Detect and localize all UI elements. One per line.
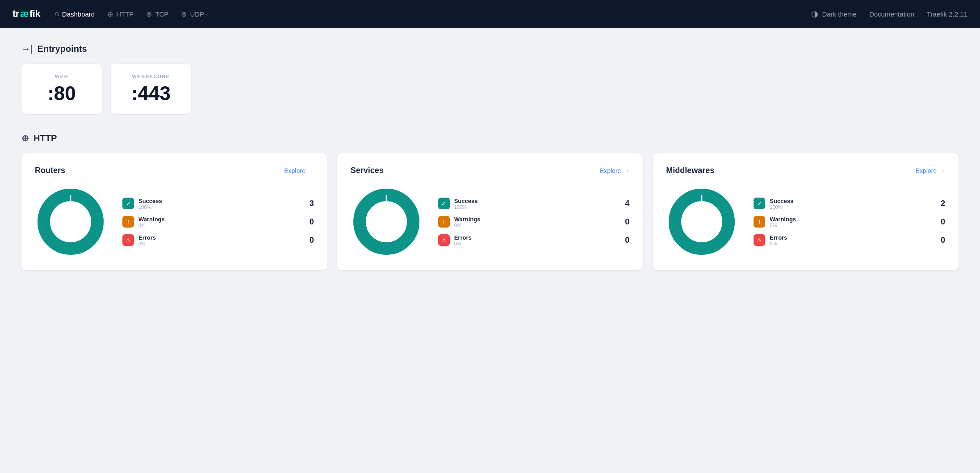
routers-warning-row: ! Warnings 0% 0 [122,216,314,228]
routers-donut [35,186,106,258]
services-success-badge: ✓ [438,198,450,209]
http-label: HTTP [34,133,57,144]
entrypoints-icon: →| [21,44,33,54]
services-error-label: Errors [454,234,616,241]
http-section-title: ⊕ HTTP [21,133,959,144]
logo-fik: fik [29,8,40,20]
entrypoints-section-title: →| Entrypoints [21,44,959,54]
services-warning-count: 0 [620,217,629,227]
services-explore-link[interactable]: Explore → [600,167,629,174]
middlewares-success-badge: ✓ [754,198,765,209]
middlewares-title: Middlewares [666,166,714,175]
services-card-header: Services Explore → [351,166,630,175]
services-success-pct: 100% [454,204,616,210]
services-warning-info: Warnings 0% [454,216,616,228]
nav-links: ⌂ Dashboard ⊕ HTTP ⊗ TCP ⊗ UDP [54,10,797,18]
services-error-count: 0 [620,236,629,245]
tcp-icon: ⊗ [146,10,152,18]
services-success-label: Success [454,198,616,204]
documentation-link[interactable]: Documentation [869,10,914,18]
services-donut [351,186,422,258]
middlewares-error-label: Errors [770,234,932,241]
middlewares-warning-count: 0 [936,217,945,227]
routers-warning-pct: 0% [138,223,301,228]
nav-dashboard-label: Dashboard [62,10,95,18]
services-error-badge: ⚠ [438,234,450,246]
middlewares-error-row: ⚠ Errors 0% 0 [754,234,945,246]
middlewares-success-info: Success 100% [770,198,932,210]
services-card-body: ✓ Success 100% 4 ! Warnings 0% 0 [351,186,630,258]
theme-icon: ◑ [811,9,818,19]
entrypoint-web-port: :80 [38,83,86,104]
middlewares-warning-info: Warnings 0% [770,216,932,228]
middlewares-error-info: Errors 0% [770,234,932,246]
services-error-info: Errors 0% [454,234,616,246]
routers-explore-arrow: → [308,167,314,174]
documentation-label: Documentation [869,10,914,18]
services-success-count: 4 [620,199,629,208]
globe-icon: ⊕ [107,10,113,18]
routers-explore-link[interactable]: Explore → [284,167,314,174]
routers-error-pct: 0% [138,241,301,246]
middlewares-explore-label: Explore [916,167,937,174]
services-error-pct: 0% [454,241,616,246]
middlewares-warning-row: ! Warnings 0% 0 [754,216,945,228]
nav-http-label: HTTP [116,10,134,18]
routers-warning-badge: ! [122,216,134,228]
middlewares-stats-list: ✓ Success 100% 2 ! Warnings 0% 0 [754,198,945,246]
middlewares-card-header: Middlewares Explore → [666,166,945,175]
nav-tcp[interactable]: ⊗ TCP [146,10,168,18]
routers-success-info: Success 100% [138,198,301,210]
routers-error-badge: ⚠ [122,234,134,246]
routers-error-info: Errors 0% [138,234,301,246]
routers-error-label: Errors [138,234,301,241]
stat-cards-row: Routers Explore → ✓ [21,153,959,270]
routers-warning-count: 0 [305,217,314,227]
udp-icon: ⊗ [181,10,187,18]
nav-udp[interactable]: ⊗ UDP [181,10,204,18]
services-card: Services Explore → ✓ [337,153,643,270]
middlewares-donut [666,186,737,258]
services-warning-label: Warnings [454,216,616,223]
app-logo[interactable]: træfik [13,8,40,20]
routers-success-pct: 100% [138,204,301,210]
services-success-info: Success 100% [454,198,616,210]
routers-success-count: 3 [305,199,314,208]
middlewares-card-body: ✓ Success 100% 2 ! Warnings 0% 0 [666,186,945,258]
middlewares-explore-arrow: → [939,167,945,174]
services-title: Services [351,166,384,175]
routers-card-body: ✓ Success 100% 3 ! Warnings 0% 0 [35,186,314,258]
middlewares-error-count: 0 [936,236,945,245]
middlewares-error-badge: ⚠ [754,234,765,246]
middlewares-warning-pct: 0% [770,223,932,228]
logo-ae: æ [20,8,29,20]
routers-title: Routers [35,166,65,175]
services-success-row: ✓ Success 100% 4 [438,198,630,210]
nav-http[interactable]: ⊕ HTTP [107,10,134,18]
routers-success-row: ✓ Success 100% 3 [122,198,314,210]
navbar: træfik ⌂ Dashboard ⊕ HTTP ⊗ TCP ⊗ UDP ◑ … [0,0,980,28]
routers-success-label: Success [138,198,301,204]
services-warning-row: ! Warnings 0% 0 [438,216,630,228]
middlewares-warning-label: Warnings [770,216,932,223]
theme-toggle[interactable]: ◑ Dark theme [811,9,857,19]
http-icon: ⊕ [21,133,29,144]
theme-label: Dark theme [822,10,857,18]
routers-error-count: 0 [305,236,314,245]
routers-warning-label: Warnings [138,216,301,223]
entrypoint-card-web[interactable]: WEB :80 [21,64,102,114]
middlewares-success-label: Success [770,198,932,204]
routers-card: Routers Explore → ✓ [21,153,327,270]
routers-warning-info: Warnings 0% [138,216,301,228]
entrypoint-card-websecure[interactable]: WEBSECURE :443 [111,64,191,114]
entrypoints-label: Entrypoints [38,44,87,54]
middlewares-explore-link[interactable]: Explore → [916,167,945,174]
routers-explore-label: Explore [284,167,305,174]
middlewares-warning-badge: ! [754,216,765,228]
services-explore-label: Explore [600,167,621,174]
routers-stats-list: ✓ Success 100% 3 ! Warnings 0% 0 [122,198,314,246]
services-warning-badge: ! [438,216,450,228]
main-content: →| Entrypoints WEB :80 WEBSECURE :443 ⊕ … [0,28,980,286]
nav-dashboard[interactable]: ⌂ Dashboard [54,10,95,18]
services-error-row: ⚠ Errors 0% 0 [438,234,630,246]
